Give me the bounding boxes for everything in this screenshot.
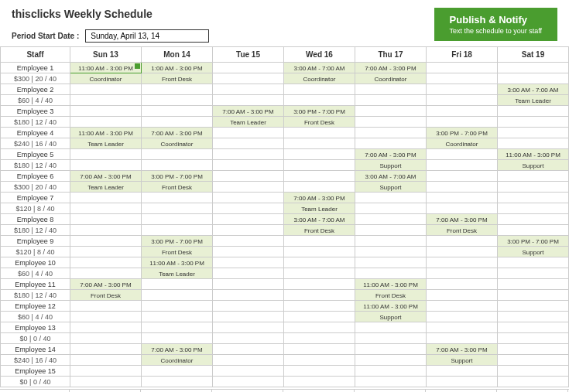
empty-cell[interactable] <box>498 182 569 193</box>
empty-cell[interactable] <box>70 301 142 312</box>
shift-role-cell[interactable]: Front Desk <box>355 290 427 301</box>
empty-cell[interactable] <box>70 84 142 95</box>
shift-cell[interactable]: 3:00 AM - 7:00 AM <box>355 171 427 182</box>
empty-cell[interactable] <box>142 149 213 160</box>
empty-cell[interactable] <box>70 160 142 171</box>
empty-cell[interactable] <box>70 366 142 377</box>
empty-cell[interactable] <box>213 203 284 214</box>
empty-cell[interactable] <box>213 279 284 290</box>
publish-notify-button[interactable]: Publish & Notify Text the schedule to yo… <box>434 8 557 41</box>
empty-cell[interactable] <box>427 290 498 301</box>
empty-cell[interactable] <box>498 214 569 225</box>
empty-cell[interactable] <box>498 193 569 203</box>
shift-cell[interactable]: 11:00 AM - 3:00 PM <box>70 63 142 73</box>
empty-cell[interactable] <box>427 236 498 247</box>
empty-cell[interactable] <box>498 117 569 128</box>
empty-cell[interactable] <box>498 106 569 117</box>
empty-cell[interactable] <box>498 322 569 333</box>
empty-cell[interactable] <box>142 214 213 225</box>
employee-name[interactable]: Employee 15 <box>1 366 70 377</box>
shift-role-cell[interactable]: Coordinator <box>142 355 213 366</box>
empty-cell[interactable] <box>142 203 213 214</box>
empty-cell[interactable] <box>284 138 355 149</box>
empty-cell[interactable] <box>498 344 569 355</box>
empty-cell[interactable] <box>213 333 284 344</box>
shift-role-cell[interactable]: Front Desk <box>70 290 142 301</box>
employee-name[interactable]: Employee 7 <box>1 193 70 203</box>
shift-role-cell[interactable]: Front Desk <box>284 117 355 128</box>
empty-cell[interactable] <box>142 160 213 171</box>
employee-name[interactable]: Employee 12 <box>1 301 70 312</box>
empty-cell[interactable] <box>498 225 569 236</box>
shift-cell[interactable]: 7:00 AM - 3:00 PM <box>355 149 427 160</box>
shift-role-cell[interactable]: Coordinator <box>355 73 427 84</box>
employee-name[interactable]: Employee 3 <box>1 106 70 117</box>
shift-cell[interactable]: 7:00 AM - 3:00 PM <box>70 279 142 290</box>
shift-role-cell[interactable]: Team Leader <box>70 138 142 149</box>
empty-cell[interactable] <box>284 257 355 268</box>
shift-cell[interactable]: 1:00 AM - 3:00 PM <box>142 63 213 73</box>
empty-cell[interactable] <box>284 312 355 322</box>
shift-role-cell[interactable]: Team Leader <box>142 268 213 279</box>
employee-name[interactable]: Employee 14 <box>1 344 70 355</box>
empty-cell[interactable] <box>213 182 284 193</box>
empty-cell[interactable] <box>427 160 498 171</box>
shift-role-cell[interactable]: Team Leader <box>284 203 355 214</box>
empty-cell[interactable] <box>427 333 498 344</box>
shift-role-cell[interactable]: Team Leader <box>70 182 142 193</box>
empty-cell[interactable] <box>355 355 427 366</box>
empty-cell[interactable] <box>70 149 142 160</box>
empty-cell[interactable] <box>213 322 284 333</box>
empty-cell[interactable] <box>70 203 142 214</box>
empty-cell[interactable] <box>213 290 284 301</box>
shift-role-cell[interactable]: Team Leader <box>213 117 284 128</box>
empty-cell[interactable] <box>498 279 569 290</box>
empty-cell[interactable] <box>142 290 213 301</box>
empty-cell[interactable] <box>142 377 213 387</box>
empty-cell[interactable] <box>142 95 213 106</box>
empty-cell[interactable] <box>213 268 284 279</box>
empty-cell[interactable] <box>427 377 498 387</box>
empty-cell[interactable] <box>427 203 498 214</box>
empty-cell[interactable] <box>355 236 427 247</box>
empty-cell[interactable] <box>498 128 569 138</box>
empty-cell[interactable] <box>284 279 355 290</box>
shift-role-cell[interactable]: Front Desk <box>142 182 213 193</box>
empty-cell[interactable] <box>498 333 569 344</box>
empty-cell[interactable] <box>355 84 427 95</box>
employee-name[interactable]: Employee 2 <box>1 84 70 95</box>
empty-cell[interactable] <box>427 268 498 279</box>
empty-cell[interactable] <box>142 312 213 322</box>
shift-role-cell[interactable]: Support <box>427 355 498 366</box>
empty-cell[interactable] <box>213 138 284 149</box>
shift-cell[interactable]: 7:00 AM - 3:00 PM <box>427 214 498 225</box>
shift-role-cell[interactable]: Support <box>498 247 569 257</box>
shift-cell[interactable]: 7:00 AM - 3:00 PM <box>284 193 355 203</box>
empty-cell[interactable] <box>498 257 569 268</box>
shift-cell[interactable]: 11:00 AM - 3:00 PM <box>355 301 427 312</box>
empty-cell[interactable] <box>355 138 427 149</box>
shift-cell[interactable]: 7:00 AM - 3:00 PM <box>213 106 284 117</box>
empty-cell[interactable] <box>70 257 142 268</box>
shift-cell[interactable]: 7:00 AM - 3:00 PM <box>70 171 142 182</box>
empty-cell[interactable] <box>284 128 355 138</box>
empty-cell[interactable] <box>284 377 355 387</box>
empty-cell[interactable] <box>213 128 284 138</box>
shift-cell[interactable]: 11:00 AM - 3:00 PM <box>70 128 142 138</box>
empty-cell[interactable] <box>284 149 355 160</box>
empty-cell[interactable] <box>142 84 213 95</box>
shift-role-cell[interactable]: Support <box>355 160 427 171</box>
empty-cell[interactable] <box>213 355 284 366</box>
empty-cell[interactable] <box>498 366 569 377</box>
empty-cell[interactable] <box>284 182 355 193</box>
empty-cell[interactable] <box>498 301 569 312</box>
shift-cell[interactable]: 3:00 AM - 7:00 AM <box>284 214 355 225</box>
empty-cell[interactable] <box>498 73 569 84</box>
shift-role-cell[interactable]: Team Leader <box>498 95 569 106</box>
employee-name[interactable]: Employee 11 <box>1 279 70 290</box>
empty-cell[interactable] <box>213 95 284 106</box>
empty-cell[interactable] <box>284 95 355 106</box>
shift-role-cell[interactable]: Front Desk <box>142 73 213 84</box>
empty-cell[interactable] <box>427 366 498 377</box>
empty-cell[interactable] <box>355 247 427 257</box>
